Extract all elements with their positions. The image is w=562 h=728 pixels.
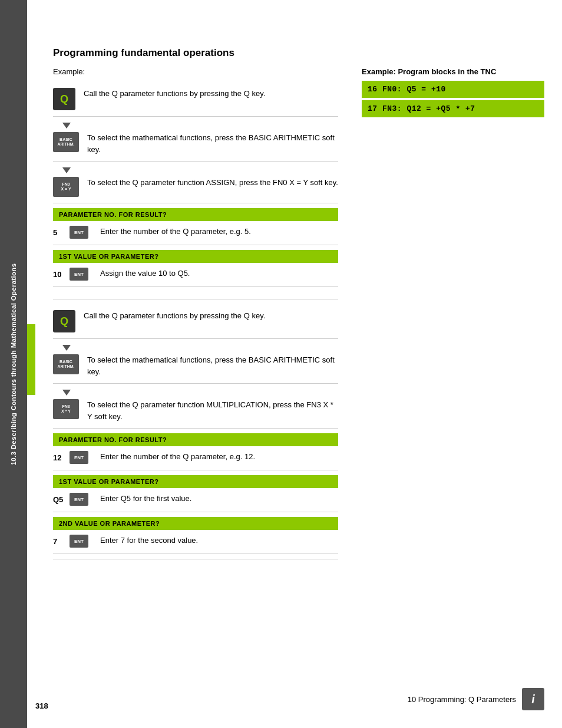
step-row-9: 12 ENT Enter the number of the Q paramet…	[53, 450, 338, 470]
fn0-key: FN0X = Y	[53, 177, 79, 197]
step-text-2: To select the mathematical functions, pr…	[87, 131, 338, 155]
green-bar-2: 1ST VALUE OR PARAMETER?	[53, 250, 338, 263]
ent-btn-10: ENT	[70, 493, 88, 506]
main-content: Programming fundamental operations Examp…	[35, 0, 562, 588]
num-9: 12	[53, 453, 65, 462]
step-text-4: Enter the number of the Q parameter, e.g…	[100, 225, 251, 238]
arrow-down-icon-3	[62, 345, 71, 351]
green-bar-4: 1ST VALUE OR PARAMETER?	[53, 475, 338, 488]
ent-btn-5: ENT	[70, 268, 88, 281]
right-column: Example: Program blocks in the TNC 16 FN…	[362, 67, 544, 564]
basic-arithm-key: BASICARITHM.	[53, 132, 79, 152]
arrow-down-icon-1	[62, 123, 71, 129]
sidebar-text: 10.3 Describing Contours through Mathema…	[10, 263, 17, 465]
arrow-4	[53, 388, 338, 397]
num-ent-5: 10 ENT	[53, 268, 92, 281]
arrow-down-icon-2	[62, 167, 71, 173]
basic-arithm-key-2: BASICARITHM.	[53, 354, 79, 374]
num-11: 7	[53, 537, 65, 546]
num-ent-11: 7 ENT	[53, 535, 92, 548]
q-key-1: Q	[53, 88, 75, 110]
num-ent-4: 5 ENT	[53, 226, 92, 239]
step-text-7: To select the mathematical functions, pr…	[87, 353, 338, 377]
code-block-2: 17 FN3: Q12 = +Q5 * +7	[362, 100, 544, 117]
step-row-10: Q5 ENT Enter Q5 for the first value.	[53, 492, 338, 512]
arrow-1	[53, 121, 338, 130]
step-text-11: Enter 7 for the second value.	[100, 533, 198, 546]
step-row-7: BASICARITHM. To select the mathematical …	[53, 353, 338, 384]
sidebar-accent	[27, 324, 35, 395]
fn3-key: FN3X * Y	[53, 399, 79, 419]
step-row-11: 7 ENT Enter 7 for the second value.	[53, 533, 338, 554]
code-block-1: 16 FN0: Q5 = +10	[362, 81, 544, 98]
step-text-9: Enter the number of the Q parameter, e.g…	[100, 450, 255, 463]
num-4: 5	[53, 228, 65, 237]
ent-btn-11: ENT	[70, 535, 88, 548]
two-column-layout: Example: Q Call the Q parameter function…	[53, 67, 544, 564]
step-row-5: 10 ENT Assign the value 10 to Q5.	[53, 266, 338, 287]
page-number: 318	[35, 701, 48, 710]
page-title: Programming fundamental operations	[53, 47, 544, 59]
arrow-down-icon-4	[62, 390, 71, 396]
footer-text: 10 Programming: Q Parameters	[408, 695, 516, 704]
green-bar-1: PARAMETER NO. FOR RESULT?	[53, 208, 338, 221]
green-bar-3: PARAMETER NO. FOR RESULT?	[53, 433, 338, 446]
green-bar-5: 2ND VALUE OR PARAMETER?	[53, 517, 338, 530]
sidebar-label: 10.3 Describing Contours through Mathema…	[0, 0, 27, 728]
arrow-2	[53, 166, 338, 174]
right-title: Example: Program blocks in the TNC	[362, 67, 544, 76]
step-text-8: To select the Q parameter function MULTI…	[87, 398, 338, 422]
ent-btn-9: ENT	[70, 451, 88, 464]
left-column: Example: Q Call the Q parameter function…	[53, 67, 338, 564]
step-text-10: Enter Q5 for the first value.	[100, 492, 191, 505]
step-row-8: FN3X * Y To select the Q parameter funct…	[53, 398, 338, 429]
footer-right: 10 Programming: Q Parameters i	[408, 688, 544, 710]
ent-btn-4: ENT	[70, 226, 88, 239]
step-text-5: Assign the value 10 to Q5.	[100, 266, 190, 279]
step-text-3: To select the Q parameter function ASSIG…	[87, 176, 338, 189]
example-label: Example:	[53, 67, 338, 76]
info-icon: i	[522, 688, 544, 710]
step-row-4: 5 ENT Enter the number of the Q paramete…	[53, 225, 338, 245]
num-5: 10	[53, 270, 65, 279]
q-key-2: Q	[53, 310, 75, 332]
step-text-1: Call the Q parameter functions by pressi…	[84, 87, 265, 100]
num-10: Q5	[53, 495, 65, 504]
arrow-3	[53, 344, 338, 352]
num-ent-10: Q5 ENT	[53, 493, 92, 506]
step-text-6: Call the Q parameter functions by pressi…	[84, 309, 265, 322]
step-row-2: BASICARITHM. To select the mathematical …	[53, 131, 338, 162]
step-row-1: Q Call the Q parameter functions by pres…	[53, 87, 338, 117]
num-ent-9: 12 ENT	[53, 451, 92, 464]
page-footer: 318 10 Programming: Q Parameters i	[35, 688, 544, 710]
step-row-3: FN0X = Y To select the Q parameter funct…	[53, 176, 338, 203]
step-row-6: Q Call the Q parameter functions by pres…	[53, 309, 338, 339]
